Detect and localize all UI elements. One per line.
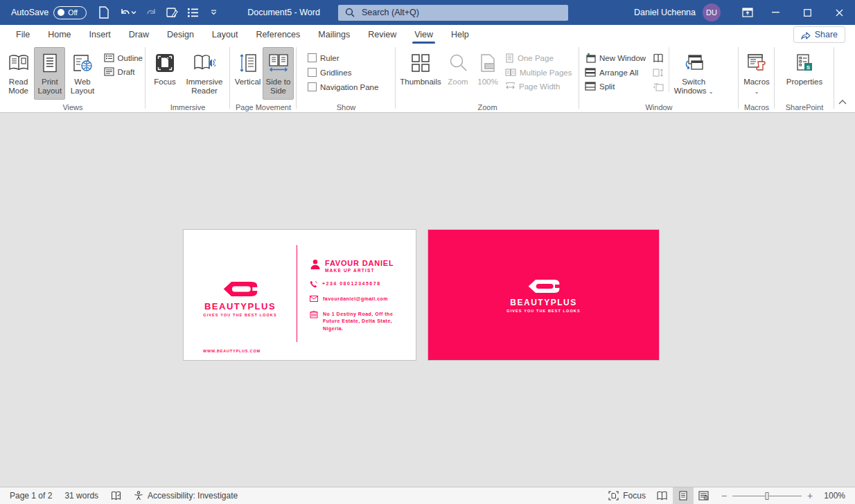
- ribbon-group-show: Ruler Gridlines Navigation Pane Show: [297, 44, 396, 112]
- word-count[interactable]: 31 words: [58, 487, 105, 504]
- quick-access-toolbar: [95, 3, 222, 21]
- zoom-icon: [448, 53, 468, 73]
- focus-mode-button[interactable]: Focus: [602, 487, 652, 504]
- read-mode-button[interactable]: Read Mode: [3, 47, 34, 100]
- proofing-status[interactable]: [105, 487, 127, 504]
- maximize-button[interactable]: [791, 0, 823, 25]
- tab-view[interactable]: View: [405, 25, 442, 44]
- arrange-all-icon: [585, 68, 596, 77]
- tab-help[interactable]: Help: [442, 25, 478, 44]
- zoom-slider[interactable]: − +: [714, 490, 820, 501]
- window-title: Document5 - Word: [247, 8, 320, 17]
- read-mode-view-button[interactable]: [652, 487, 673, 504]
- business-card-back-page[interactable]: BEAUTYPLUS GIVES YOU THE BEST LOOKS: [428, 229, 660, 361]
- address-row: No 1 Destiny Road, Off the Future Estate…: [310, 311, 410, 333]
- brand-name: BEAUTYPLUS: [204, 301, 276, 312]
- macros-icon: [747, 53, 766, 73]
- navigation-pane-checkbox[interactable]: Navigation Pane: [308, 82, 378, 91]
- group-label-immersive: Immersive: [146, 103, 230, 111]
- print-layout-icon: [42, 53, 58, 73]
- arrange-all-button[interactable]: Arrange All: [585, 68, 646, 77]
- autosave-control[interactable]: AutoSave Off: [11, 6, 87, 19]
- card-front-contact-block: FAVOUR DANIEL MAKE UP ARTIST +234 080123…: [310, 259, 410, 332]
- immersive-reader-button[interactable]: Immersive Reader: [182, 47, 227, 100]
- document-canvas[interactable]: BEAUTYPLUS GIVES YOU THE BEST LOOKS FAVO…: [0, 113, 855, 487]
- view-side-by-side-icon[interactable]: [653, 53, 664, 63]
- zoom-button: Zoom: [443, 47, 473, 100]
- zoom-slider-track[interactable]: [732, 496, 802, 496]
- undo-button[interactable]: [116, 3, 139, 21]
- avatar[interactable]: DU: [703, 3, 721, 21]
- autosave-toggle[interactable]: Off: [53, 6, 87, 19]
- properties-button[interactable]: S Properties: [782, 47, 827, 100]
- draft-icon: [104, 67, 114, 76]
- navigation-pane-checkbox-box: [308, 82, 317, 91]
- tab-mailings[interactable]: Mailings: [309, 25, 359, 44]
- tab-references[interactable]: References: [247, 25, 309, 44]
- gridlines-checkbox[interactable]: Gridlines: [308, 68, 378, 77]
- bullet-list-button[interactable]: [184, 3, 202, 21]
- print-layout-view-button[interactable]: [673, 487, 694, 504]
- save-as-button[interactable]: [163, 3, 181, 21]
- outline-button[interactable]: Outline: [104, 53, 143, 62]
- switch-windows-button[interactable]: Switch Windows ⌄: [672, 47, 715, 100]
- new-window-button[interactable]: New Window: [585, 53, 646, 63]
- zoom-out-button[interactable]: −: [721, 490, 727, 501]
- card-divider: [297, 245, 297, 342]
- vertical-button[interactable]: Vertical: [233, 47, 263, 100]
- email-icon: [310, 296, 318, 302]
- ribbon-group-window: New Window Arrange All Split Switch Wind…: [579, 44, 739, 112]
- share-button[interactable]: Share: [793, 26, 845, 43]
- web-layout-button[interactable]: Web Layout: [65, 47, 99, 100]
- page-width-icon: [505, 82, 515, 91]
- side-to-side-button[interactable]: Side to Side: [263, 47, 294, 100]
- group-label-macros: Macros: [739, 103, 775, 111]
- focus-button[interactable]: Focus: [148, 47, 182, 100]
- customize-quick-access-toolbar-button[interactable]: [204, 3, 222, 21]
- close-button[interactable]: [823, 0, 855, 25]
- contact-address: No 1 Destiny Road, Off the Future Estate…: [323, 311, 405, 333]
- ribbon-group-immersive: Focus Immersive Reader Immersive: [146, 44, 230, 112]
- accessibility-status[interactable]: Accessibility: Investigate: [127, 487, 244, 504]
- zoom-slider-thumb[interactable]: [766, 492, 769, 500]
- save-with-pen-icon: [166, 6, 178, 19]
- thumbnails-button[interactable]: Thumbnails: [398, 47, 443, 100]
- ruler-checkbox[interactable]: Ruler: [308, 53, 378, 62]
- page-width-button: Page Width: [505, 82, 572, 91]
- group-label-show: Show: [297, 103, 396, 111]
- collapse-ribbon-button[interactable]: [838, 97, 847, 107]
- ribbon-group-page-movement: Vertical Side to Side Page Movement: [230, 44, 297, 112]
- tab-draw[interactable]: Draw: [120, 25, 158, 44]
- word-window: AutoSave Off: [0, 0, 855, 504]
- tab-insert[interactable]: Insert: [80, 25, 120, 44]
- accessibility-person-icon: [134, 491, 143, 501]
- print-layout-button[interactable]: Print Layout: [34, 47, 65, 100]
- web-layout-view-button[interactable]: [694, 487, 714, 504]
- ribbon-group-macros: Macros⌄ Macros: [739, 44, 775, 112]
- thumbnails-icon: [411, 53, 430, 73]
- business-card-front-page[interactable]: BEAUTYPLUS GIVES YOU THE BEST LOOKS FAVO…: [183, 229, 416, 361]
- ribbon-display-options-button[interactable]: [736, 0, 759, 25]
- tab-design[interactable]: Design: [158, 25, 203, 44]
- zoom-in-button[interactable]: +: [807, 490, 813, 501]
- synchronous-scrolling-icon: [653, 68, 664, 78]
- tab-layout[interactable]: Layout: [203, 25, 247, 44]
- side-to-side-icon: [268, 53, 289, 73]
- macros-button[interactable]: Macros⌄: [741, 47, 772, 100]
- ribbon: Read Mode Print Layout Web Layout Outlin…: [0, 44, 855, 113]
- search-input[interactable]: Search (Alt+Q): [338, 5, 568, 21]
- new-window-icon: [585, 53, 596, 63]
- page-indicator[interactable]: Page 1 of 2: [0, 487, 58, 504]
- zoom-percentage[interactable]: 100%: [820, 491, 855, 501]
- search-icon: [345, 8, 355, 17]
- tab-home[interactable]: Home: [39, 25, 80, 44]
- draft-button[interactable]: Draft: [104, 67, 143, 76]
- split-button[interactable]: Split: [585, 82, 646, 91]
- multiple-pages-icon: [505, 68, 516, 77]
- user-name[interactable]: Daniel Uchenna: [634, 8, 696, 17]
- title-bar: AutoSave Off: [0, 0, 855, 25]
- minimize-button[interactable]: [759, 0, 791, 25]
- tab-file[interactable]: File: [7, 25, 39, 44]
- tab-review[interactable]: Review: [359, 25, 405, 44]
- save-button[interactable]: [95, 3, 113, 21]
